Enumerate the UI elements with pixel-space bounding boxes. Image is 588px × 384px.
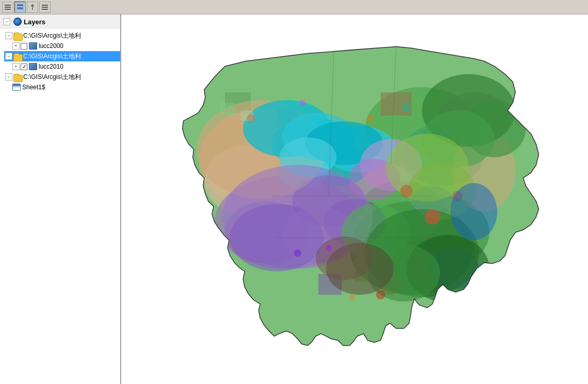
group2-row[interactable]: − C:\GIS\Arcgis\土地利 [4,51,120,61]
lucc2000-expand-btn[interactable]: + [12,42,20,50]
svg-rect-0 [5,5,11,6]
toc-header: − Layers [0,14,120,28]
china-map-svg [121,14,588,378]
lucc2000-checkbox[interactable] [21,43,27,50]
group1-row[interactable]: − C:\GIS\Arcgis\土地利 [4,30,120,41]
svg-rect-7 [42,9,48,10]
lucc2010-label: lucc2010 [39,63,63,70]
group3-row[interactable]: − C:\GIS\Arcgis\土地利 [4,72,120,82]
svg-rect-4 [17,7,23,9]
lucc2000-row[interactable]: + lucc2000 [11,41,120,51]
svg-point-69 [402,104,411,112]
lucc2000-label: lucc2000 [39,42,63,50]
layer-group-1: − C:\GIS\Arcgis\土地利 + lucc2000 [0,30,120,51]
svg-point-66 [247,114,255,122]
group2-expand-btn[interactable]: − [5,53,12,60]
folder-icon [13,33,22,39]
table-of-contents: − Layers − C:\GIS\Arcgis\土地利 + lucc2000 [0,14,121,384]
svg-rect-2 [5,9,11,10]
layer-group-3: − C:\GIS\Arcgis\土地利 Sheet1$ [0,72,120,92]
sheet1-table-icon [12,84,21,91]
sort-button[interactable] [27,2,38,13]
group1-expand-btn[interactable]: − [5,32,12,39]
list-button[interactable] [39,2,51,13]
svg-point-58 [316,236,373,280]
lucc2010-layer-icon [29,63,37,70]
group3-label: C:\GIS\Arcgis\土地利 [23,73,81,82]
svg-point-70 [325,245,332,251]
lucc2010-checkbox[interactable] [21,63,27,70]
layers-button[interactable] [14,2,26,13]
svg-point-62 [451,183,497,241]
map-canvas[interactable] [121,14,588,384]
lucc2000-layer-icon [29,42,37,50]
main-area: − Layers − C:\GIS\Arcgis\土地利 + lucc2000 [0,14,588,384]
group2-label: C:\GIS\Arcgis\土地利 [23,52,81,61]
menu-button[interactable] [2,2,13,13]
lucc2010-expand-btn[interactable]: + [12,63,20,70]
folder-icon-2 [13,53,22,59]
svg-point-71 [294,250,301,257]
lucc2010-row[interactable]: + lucc2010 [11,61,120,72]
toolbar [0,0,588,14]
svg-point-68 [367,115,374,122]
svg-rect-6 [42,7,48,8]
sheet1-row[interactable]: Sheet1$ [11,82,120,92]
layer-group-2: − C:\GIS\Arcgis\土地利 + lucc2010 [0,51,120,72]
svg-point-72 [376,290,385,299]
svg-rect-3 [17,4,23,6]
svg-point-73 [349,294,355,300]
toc-body: − C:\GIS\Arcgis\土地利 + lucc2000 − C:\GIS\… [0,28,120,94]
svg-point-67 [300,100,306,106]
svg-point-60 [400,185,413,197]
group3-expand-btn[interactable]: − [5,73,12,81]
folder-icon-3 [13,74,22,80]
svg-rect-5 [42,5,48,6]
layers-globe-icon [13,18,22,26]
svg-rect-1 [5,7,11,8]
svg-rect-63 [220,103,235,116]
root-collapse-btn[interactable]: − [3,18,10,25]
sheet1-label: Sheet1$ [22,84,45,91]
toc-title: Layers [24,18,45,26]
group1-label: C:\GIS\Arcgis\土地利 [23,31,81,40]
svg-point-59 [424,209,440,225]
